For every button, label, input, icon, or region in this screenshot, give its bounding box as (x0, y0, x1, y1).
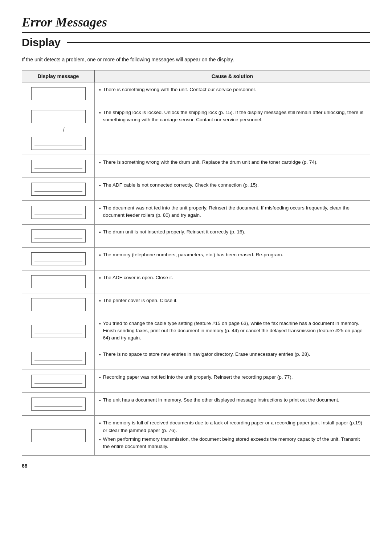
bullet-icon: ▪ (99, 274, 101, 282)
table-row: ▪The ADF cable is not connected correctl… (22, 178, 370, 201)
bullet-icon: ▪ (99, 182, 101, 189)
table-row: ▪You tried to change the cable type sett… (22, 316, 370, 347)
intro-text: If the unit detects a problem, one or mo… (22, 56, 370, 64)
display-cell-13 (22, 416, 95, 456)
table-row: ▪The unit has a document in memory. See … (22, 393, 370, 416)
display-cell-5 (22, 224, 95, 247)
table-row: ▪The printer cover is open. Close it. (22, 293, 370, 316)
table-row: ▪Recording paper was not fed into the un… (22, 370, 370, 393)
display-cell-12 (22, 393, 95, 416)
display-cell-4 (22, 201, 95, 225)
bullet-icon: ▪ (99, 436, 101, 443)
table-row: ▪The document was not fed into the unit … (22, 201, 370, 225)
table-row: ▪The ADF cover is open. Close it. (22, 270, 370, 293)
cause-text: The shipping lock is locked. Unlock the … (103, 109, 366, 124)
col-display-header: Display message (22, 70, 95, 82)
bullet-icon: ▪ (99, 297, 101, 305)
cause-text: The memory (telephone numbers, parameter… (103, 251, 283, 258)
display-cell-2 (22, 155, 95, 178)
cause-text: There is something wrong with the unit. … (103, 86, 256, 93)
cause-cell-13: ▪The memory is full of received document… (95, 416, 370, 456)
cause-text: There is no space to store new entries i… (103, 351, 310, 358)
bullet-icon: ▪ (99, 252, 101, 259)
bullet-icon: ▪ (99, 351, 101, 358)
display-cell-8 (22, 293, 95, 316)
bullet-icon: ▪ (99, 159, 101, 166)
display-cell-6 (22, 247, 95, 270)
cause-text: The ADF cable is not connected correctly… (103, 182, 259, 189)
display-cell-1: / (22, 105, 95, 155)
display-cell-11 (22, 370, 95, 393)
table-row: ▪There is no space to store new entries … (22, 347, 370, 370)
table-row: ▪The drum unit is not inserted properly.… (22, 224, 370, 247)
section-title-line (67, 42, 370, 43)
cause-cell-3: ▪The ADF cable is not connected correctl… (95, 178, 370, 201)
bullet-icon: ▪ (99, 374, 101, 381)
cause-text: The ADF cover is open. Close it. (103, 274, 173, 281)
display-cell-0 (22, 82, 95, 105)
bullet-icon: ▪ (99, 229, 101, 236)
cause-cell-8: ▪The printer cover is open. Close it. (95, 293, 370, 316)
cause-cell-4: ▪The document was not fed into the unit … (95, 201, 370, 225)
cause-text: You tried to change the cable type setti… (103, 320, 366, 342)
page-number: 68 (22, 463, 370, 469)
table-row: ▪There is something wrong with the drum … (22, 155, 370, 178)
cause-text: There is something wrong with the drum u… (103, 159, 318, 166)
table-row: ▪The memory (telephone numbers, paramete… (22, 247, 370, 270)
table-row: ▪The memory is full of received document… (22, 416, 370, 456)
section-title: Display (22, 36, 61, 49)
cause-text: When performing memory transmission, the… (103, 436, 366, 451)
cause-cell-9: ▪You tried to change the cable type sett… (95, 316, 370, 347)
cause-cell-7: ▪The ADF cover is open. Close it. (95, 270, 370, 293)
bullet-icon: ▪ (99, 397, 101, 404)
bullet-icon: ▪ (99, 109, 101, 117)
bullet-icon: ▪ (99, 86, 101, 94)
cause-cell-0: ▪There is something wrong with the unit.… (95, 82, 370, 105)
table-row: /▪The shipping lock is locked. Unlock th… (22, 105, 370, 155)
col-cause-header: Cause & solution (95, 70, 370, 82)
page-title: Error Messages (22, 15, 370, 33)
bullet-icon: ▪ (99, 420, 101, 427)
display-cell-3 (22, 178, 95, 201)
cause-cell-2: ▪There is something wrong with the drum … (95, 155, 370, 178)
cause-cell-11: ▪Recording paper was not fed into the un… (95, 370, 370, 393)
display-cell-9 (22, 316, 95, 347)
table-row: ▪There is something wrong with the unit.… (22, 82, 370, 105)
cause-text: The printer cover is open. Close it. (103, 297, 178, 304)
bullet-icon: ▪ (99, 320, 101, 327)
cause-cell-10: ▪There is no space to store new entries … (95, 347, 370, 370)
display-cell-10 (22, 347, 95, 370)
cause-text: Recording paper was not fed into the uni… (103, 374, 293, 381)
cause-cell-12: ▪The unit has a document in memory. See … (95, 393, 370, 416)
bullet-icon: ▪ (99, 205, 101, 212)
cause-cell-6: ▪The memory (telephone numbers, paramete… (95, 247, 370, 270)
error-table: Display message Cause & solution ▪There … (22, 70, 370, 456)
cause-text: The unit has a document in memory. See t… (103, 396, 339, 404)
cause-cell-1: ▪The shipping lock is locked. Unlock the… (95, 105, 370, 155)
cause-cell-5: ▪The drum unit is not inserted properly.… (95, 224, 370, 247)
cause-text: The drum unit is not inserted properly. … (103, 228, 245, 236)
cause-text: The document was not fed into the unit p… (103, 204, 366, 219)
cause-text: The memory is full of received documents… (103, 419, 366, 434)
display-cell-7 (22, 270, 95, 293)
